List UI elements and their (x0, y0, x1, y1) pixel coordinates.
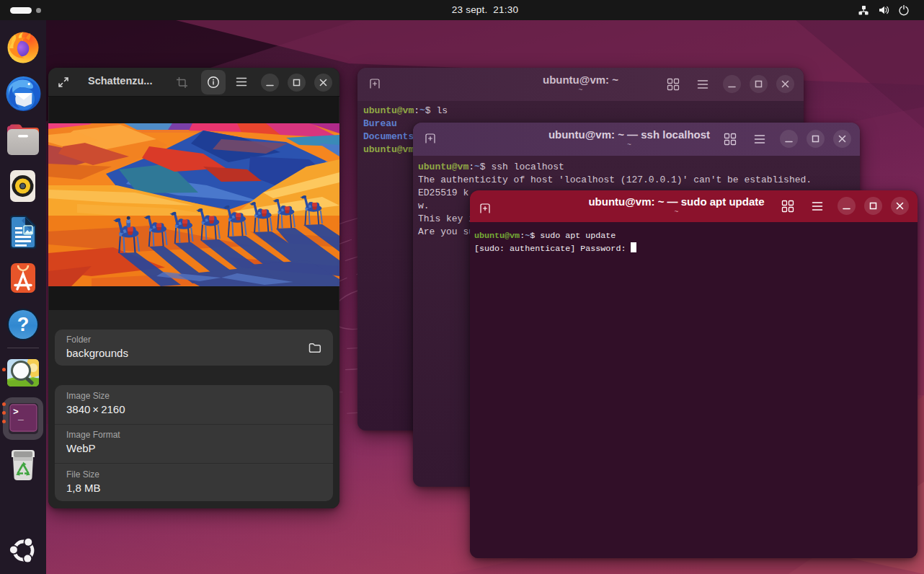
svg-text:?: ? (17, 314, 30, 335)
svg-text:_: _ (17, 411, 24, 422)
